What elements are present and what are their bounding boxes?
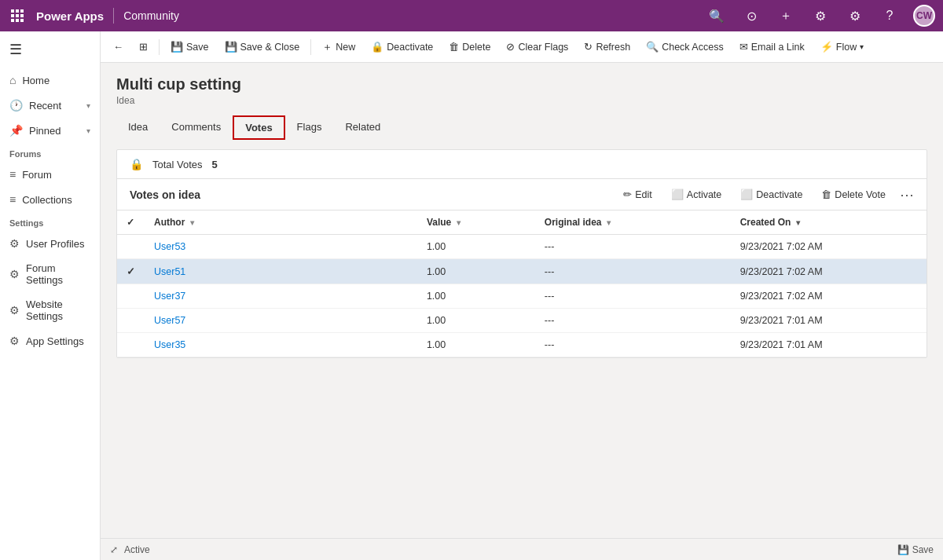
row-check-1[interactable]: ✓ <box>117 259 145 284</box>
new-button[interactable]: ＋ New <box>316 37 361 57</box>
grid-icon[interactable] <box>8 6 27 25</box>
delete-vote-button[interactable]: 🗑 Delete Vote <box>816 185 890 203</box>
hamburger-icon[interactable]: ☰ <box>0 31 100 68</box>
website-settings-icon: ⚙ <box>9 304 20 317</box>
sidebar-item-pinned[interactable]: 📌 Pinned ▾ <box>0 118 100 143</box>
col-header-original-label: Original idea <box>545 217 602 228</box>
tab-comments[interactable]: Comments <box>160 115 233 140</box>
row-author-2: User37 <box>145 284 417 309</box>
layout-button[interactable]: ⊞ <box>133 38 154 56</box>
avatar[interactable]: CW <box>913 5 935 27</box>
deactivate-vote-button[interactable]: ⬜ Deactivate <box>736 185 807 203</box>
col-header-author-label: Author <box>154 217 185 228</box>
tab-related[interactable]: Related <box>333 115 392 140</box>
row-created-0: 9/23/2021 7:02 AM <box>731 235 926 259</box>
table-row[interactable]: User371.00---9/23/2021 7:02 AM <box>117 284 926 309</box>
top-bar-icons: 🔍 ⊙ ＋ ⚙ ⚙ ? CW <box>706 5 935 27</box>
sidebar-item-forum-settings[interactable]: ⚙ Forum Settings <box>0 256 100 292</box>
app-settings-icon: ⚙ <box>9 335 20 347</box>
sidebar-item-user-profiles[interactable]: ⚙ User Profiles <box>0 231 100 256</box>
votes-section: 🔒 Total Votes 5 Votes on idea ✏ Edit ⬜ <box>116 149 927 358</box>
expand-icon[interactable]: ⤢ <box>110 544 118 555</box>
status-save-icon: 💾 <box>897 544 909 555</box>
recent-nav-icon: 🕐 <box>9 99 23 112</box>
table-row[interactable]: User351.00---9/23/2021 7:01 AM <box>117 333 926 357</box>
refresh-button[interactable]: ↻ Refresh <box>578 38 637 56</box>
add-icon[interactable]: ＋ <box>775 5 797 27</box>
table-row[interactable]: ✓User511.00---9/23/2021 7:02 AM <box>117 259 926 284</box>
email-link-label: Email a Link <box>751 42 805 53</box>
page-title: Multi cup setting <box>116 75 927 93</box>
row-original-0: --- <box>535 235 731 259</box>
col-header-value[interactable]: Value ▾ <box>417 210 535 235</box>
sidebar-item-recent[interactable]: 🕐 Recent ▾ <box>0 93 100 118</box>
more-options-button[interactable]: ⋯ <box>900 186 914 203</box>
tab-flags[interactable]: Flags <box>285 115 334 140</box>
sidebar-item-collections-label: Collections <box>22 194 72 206</box>
row-author-1: User51 <box>145 259 417 284</box>
status-save-button[interactable]: 💾 Save <box>897 544 934 555</box>
sidebar-item-website-settings[interactable]: ⚙ Website Settings <box>0 292 100 328</box>
total-votes-bar: 🔒 Total Votes 5 <box>117 150 926 179</box>
recent-chevron-icon: ▾ <box>86 101 90 110</box>
value-sort-icon: ▾ <box>457 218 460 227</box>
back-icon: ← <box>113 41 123 53</box>
save-button[interactable]: 💾 Save <box>164 38 215 56</box>
col-header-original[interactable]: Original idea ▾ <box>535 210 731 235</box>
svg-rect-8 <box>20 19 24 22</box>
edit-vote-button[interactable]: ✏ Edit <box>618 185 657 203</box>
new-label: New <box>336 42 355 53</box>
row-original-1: --- <box>535 259 731 284</box>
row-check-2[interactable] <box>117 284 145 309</box>
table-row[interactable]: User531.00---9/23/2021 7:02 AM <box>117 235 926 259</box>
original-sort-icon: ▾ <box>607 218 611 227</box>
check-access-icon: 🔍 <box>646 41 659 53</box>
flow-button[interactable]: ⚡ Flow ▾ <box>814 38 870 56</box>
help-icon[interactable]: ? <box>879 5 901 27</box>
status-bar: ⤢ Active 💾 Save <box>101 538 943 560</box>
delete-label: Delete <box>462 42 490 53</box>
save-close-icon: 💾 <box>225 41 237 53</box>
app-logo: Power Apps <box>36 9 104 23</box>
delete-button[interactable]: 🗑 Delete <box>442 38 497 56</box>
col-header-author[interactable]: Author ▾ <box>145 210 417 235</box>
save-close-button[interactable]: 💾 Save & Close <box>218 38 306 56</box>
sidebar-item-forum[interactable]: ≡ Forum <box>0 162 100 187</box>
row-check-3[interactable] <box>117 309 145 333</box>
settings-icon[interactable]: ⚙ <box>844 5 866 27</box>
back-button[interactable]: ← <box>107 38 130 56</box>
row-check-0[interactable] <box>117 235 145 259</box>
sidebar-item-home[interactable]: ⌂ Home <box>0 68 100 93</box>
deactivate-button[interactable]: 🔒 Deactivate <box>365 38 439 56</box>
row-created-1: 9/23/2021 7:02 AM <box>731 259 926 284</box>
row-check-4[interactable] <box>117 333 145 357</box>
sidebar-item-recent-label: Recent <box>29 100 61 112</box>
search-icon[interactable]: 🔍 <box>706 5 728 27</box>
col-header-check[interactable]: ✓ <box>117 210 145 235</box>
tab-idea[interactable]: Idea <box>116 115 160 140</box>
col-header-created-label: Created On <box>740 217 791 228</box>
collections-icon: ≡ <box>9 193 16 206</box>
row-author-3: User57 <box>145 309 417 333</box>
toolbar-sep-1 <box>159 39 160 55</box>
col-header-created[interactable]: Created On ▾ <box>731 210 926 235</box>
forums-section-header: Forums <box>0 143 100 162</box>
row-original-3: --- <box>535 309 731 333</box>
delete-icon: 🗑 <box>449 41 459 53</box>
tab-votes[interactable]: Votes <box>233 115 284 140</box>
deactivate-vote-icon: ⬜ <box>740 188 753 200</box>
edit-icon: ✏ <box>623 188 632 200</box>
activate-vote-button[interactable]: ⬜ Activate <box>666 185 726 203</box>
status-text: Active <box>124 544 150 555</box>
filter-icon[interactable]: ⚙ <box>809 5 831 27</box>
check-access-button[interactable]: 🔍 Check Access <box>640 38 730 56</box>
email-link-button[interactable]: ✉ Email a Link <box>733 38 811 56</box>
votes-on-idea-title: Votes on idea <box>130 188 618 201</box>
sidebar-item-app-settings[interactable]: ⚙ App Settings <box>0 328 100 353</box>
clear-flags-button[interactable]: ⊘ Clear Flags <box>500 38 574 56</box>
toolbar: ← ⊞ 💾 Save 💾 Save & Close ＋ New 🔒 Deacti… <box>101 31 943 63</box>
table-row[interactable]: User571.00---9/23/2021 7:01 AM <box>117 309 926 333</box>
top-bar: Power Apps Community 🔍 ⊙ ＋ ⚙ ⚙ ? CW <box>0 0 943 31</box>
recent-icon[interactable]: ⊙ <box>740 5 762 27</box>
sidebar-item-collections[interactable]: ≡ Collections <box>0 187 100 212</box>
